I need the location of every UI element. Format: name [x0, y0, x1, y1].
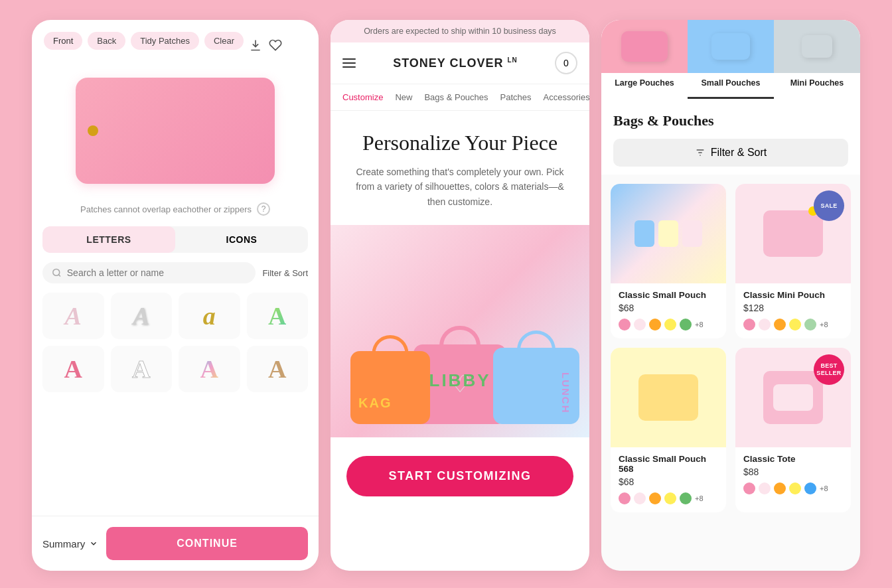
color-swatches-1: +8 — [619, 319, 718, 331]
swatch[interactable] — [789, 482, 801, 494]
continue-button[interactable]: CONTINUE — [106, 527, 308, 560]
svg-point-0 — [53, 269, 60, 275]
hero-title: Personalize Your Piece — [346, 131, 573, 155]
swatch[interactable] — [774, 319, 786, 331]
letter-item[interactable]: a — [179, 293, 240, 339]
category-scroll: Large Pouches Small Pouches Mini Pouches — [601, 20, 860, 99]
nav-customize[interactable]: Customize — [342, 92, 383, 102]
hero-bag-blue: LUNCH — [493, 348, 579, 424]
swatch[interactable] — [804, 319, 816, 331]
mini-pouch-pink — [682, 220, 702, 247]
swatch[interactable] — [743, 482, 755, 494]
filter-sort-bar[interactable]: Filter & Sort — [613, 139, 848, 167]
filter-icon — [695, 147, 706, 158]
product-card[interactable]: Classic Small Pouch 568 $68 +8 — [611, 348, 726, 512]
summary-button[interactable]: Summary — [42, 538, 98, 550]
product-card[interactable]: Classic Small Pouch $68 +8 — [611, 184, 726, 338]
zipper — [88, 125, 98, 136]
category-label-small: Small Pouches — [702, 78, 761, 88]
nav-bags[interactable]: Bags & Pouches — [424, 92, 488, 102]
swatch[interactable] — [774, 482, 786, 494]
nav-bar: STONEY CLOVER LN 0 — [331, 42, 589, 84]
product-image-2: SALE — [735, 184, 851, 283]
category-img-small — [688, 20, 774, 73]
shop-panel: Large Pouches Small Pouches Mini Pouches… — [601, 20, 860, 571]
product-card[interactable]: SALE Classic Mini Pouch $128 +8 — [735, 184, 851, 338]
category-small-pouches[interactable]: Small Pouches — [688, 20, 774, 99]
swatch[interactable] — [664, 319, 676, 331]
category-img-mini — [774, 20, 860, 73]
brand-logo[interactable]: STONEY CLOVER LN — [393, 56, 518, 70]
customizer-panel: Front Back Tidy Patches Clear — [32, 20, 319, 571]
hamburger-line — [342, 66, 356, 68]
swatch[interactable] — [649, 319, 661, 331]
hamburger-line — [342, 62, 356, 64]
swatch[interactable] — [634, 319, 646, 331]
pouch-shape-large — [621, 31, 668, 62]
swatch-more: +8 — [695, 494, 704, 502]
swatch[interactable] — [680, 319, 692, 331]
letter-item[interactable]: A — [42, 293, 104, 339]
pouch-shape-small — [711, 33, 750, 60]
swatch[interactable] — [619, 492, 631, 504]
swatch[interactable] — [649, 492, 661, 504]
libby-text: LIBBY — [429, 370, 491, 391]
pouch-preview — [32, 58, 319, 197]
swatch[interactable] — [804, 482, 816, 494]
cart-count: 0 — [563, 58, 569, 68]
swatch[interactable] — [634, 492, 646, 504]
swatch[interactable] — [759, 319, 771, 331]
info-icon[interactable]: ? — [257, 202, 270, 216]
letter-item[interactable]: A — [179, 346, 240, 392]
letter-item[interactable]: A — [42, 346, 104, 392]
swatch[interactable] — [743, 319, 755, 331]
pouch-classic-mini — [763, 210, 823, 257]
letter-item[interactable]: A — [247, 293, 309, 339]
product-name-4: Classic Tote — [743, 454, 843, 464]
product-info-3: Classic Small Pouch 568 $68 +8 — [611, 447, 726, 512]
panel-footer: Summary CONTINUE — [32, 516, 319, 571]
nav-patches[interactable]: Patches — [500, 92, 532, 102]
hero-image: ♡ LIBBY KAG LUNCH — [331, 225, 589, 437]
cart-button[interactable]: 0 — [555, 52, 577, 74]
tidy-patches-tab[interactable]: Tidy Patches — [131, 32, 199, 50]
product-card[interactable]: BEST SELLER Classic Tote $88 +8 — [735, 348, 851, 512]
swatch[interactable] — [759, 482, 771, 494]
swatch-more: +8 — [695, 321, 704, 329]
letter-item[interactable]: A — [111, 293, 173, 339]
swatch[interactable] — [789, 319, 801, 331]
icons-tab[interactable]: ICONS — [175, 226, 308, 253]
front-tab[interactable]: Front — [44, 32, 82, 50]
download-button[interactable] — [249, 38, 262, 52]
start-customizing-button[interactable]: START CUSTOMIZING — [346, 456, 573, 496]
color-swatches-4: +8 — [743, 482, 843, 494]
category-large-pouches[interactable]: Large Pouches — [601, 20, 688, 99]
swatch[interactable] — [664, 492, 676, 504]
letters-tab[interactable]: LETTERS — [42, 226, 175, 253]
swatch[interactable] — [680, 492, 692, 504]
nav-accessories[interactable]: Accessories — [544, 92, 589, 102]
back-tab[interactable]: Back — [88, 32, 125, 50]
search-box — [42, 262, 256, 283]
clear-tab[interactable]: Clear — [204, 32, 244, 50]
pouch-img-4 — [763, 371, 823, 424]
product-name-3: Classic Small Pouch 568 — [619, 454, 718, 474]
pouch-image — [76, 78, 275, 184]
product-name-1: Classic Small Pouch — [619, 290, 718, 300]
search-input[interactable] — [67, 267, 247, 278]
swatch[interactable] — [619, 319, 631, 331]
search-filter-row: Filter & Sort — [32, 253, 319, 293]
landing-panel: Orders are expected to ship within 10 bu… — [331, 20, 589, 571]
inner-pouch — [773, 384, 813, 411]
letter-item[interactable]: A — [247, 346, 309, 392]
letter-item[interactable]: A — [111, 346, 173, 392]
product-img-content — [634, 220, 702, 247]
filter-sort-button[interactable]: Filter & Sort — [262, 268, 308, 278]
product-info-4: Classic Tote $88 +8 — [735, 447, 851, 502]
favorite-button[interactable] — [269, 38, 282, 52]
nav-new[interactable]: New — [395, 92, 412, 102]
product-image-3 — [611, 348, 726, 447]
hamburger-menu[interactable] — [342, 58, 356, 68]
category-mini-pouches[interactable]: Mini Pouches — [774, 20, 860, 99]
category-label-mini: Mini Pouches — [790, 78, 844, 88]
